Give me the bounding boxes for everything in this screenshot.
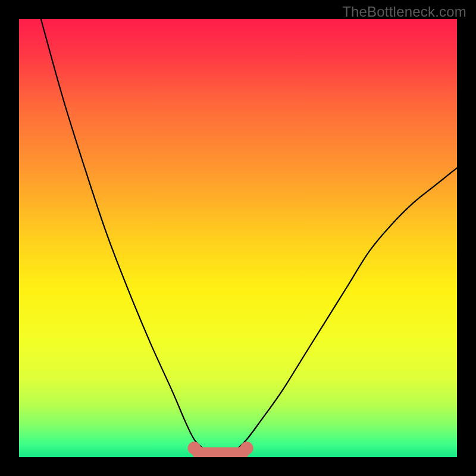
chart-frame: TheBottleneck.com: [0, 0, 476, 476]
watermark-text: TheBottleneck.com: [342, 4, 466, 20]
gradient-background: [19, 19, 457, 457]
band-dot: [240, 441, 253, 455]
plot-area: [19, 19, 457, 457]
chart-svg: [19, 19, 457, 457]
